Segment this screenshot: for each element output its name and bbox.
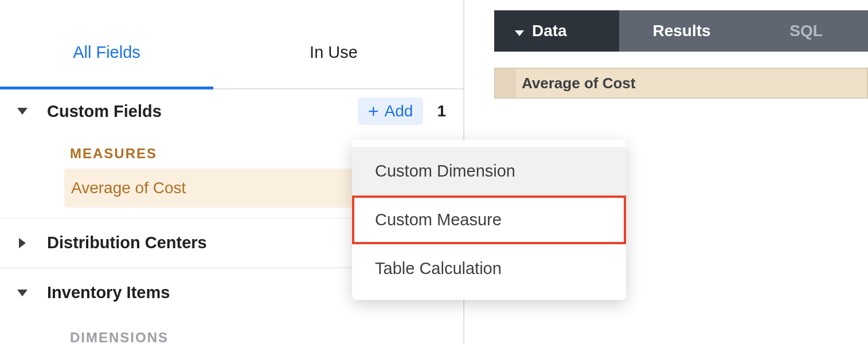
caret-down-icon xyxy=(15,104,30,119)
tab-data[interactable]: Data xyxy=(494,10,619,52)
results-panel: Data Results SQL Average of Cost xyxy=(494,10,868,99)
menu-item-custom-dimension[interactable]: Custom Dimension xyxy=(352,147,626,196)
caret-right-icon xyxy=(15,236,30,251)
add-button-label: Add xyxy=(385,102,413,120)
custom-fields-count: 1 xyxy=(437,102,446,120)
section-title-custom-fields: Custom Fields xyxy=(47,102,358,121)
result-stripe xyxy=(495,69,516,97)
caret-down-icon xyxy=(15,286,30,300)
tab-sql[interactable]: SQL xyxy=(744,10,868,52)
tab-in-use[interactable]: In Use xyxy=(213,43,454,88)
result-header-label: Average of Cost xyxy=(516,69,867,97)
section-custom-fields[interactable]: Custom Fields + Add 1 xyxy=(0,89,463,133)
menu-item-table-calculation[interactable]: Table Calculation xyxy=(352,244,626,293)
add-custom-field-menu: Custom Dimension Custom Measure Table Ca… xyxy=(352,140,626,300)
tab-results[interactable]: Results xyxy=(619,10,744,52)
tab-data-label: Data xyxy=(532,22,567,40)
menu-item-custom-measure[interactable]: Custom Measure xyxy=(352,196,626,244)
tab-all-fields[interactable]: All Fields xyxy=(0,43,213,88)
subheader-dimensions: DIMENSIONS xyxy=(0,317,463,344)
plus-icon: + xyxy=(368,102,379,120)
field-tabs: All Fields In Use xyxy=(0,0,463,89)
result-tabs: Data Results SQL xyxy=(494,10,868,52)
result-column-header[interactable]: Average of Cost xyxy=(494,68,868,99)
add-custom-field-button[interactable]: + Add xyxy=(358,97,424,125)
caret-down-icon xyxy=(515,22,524,40)
